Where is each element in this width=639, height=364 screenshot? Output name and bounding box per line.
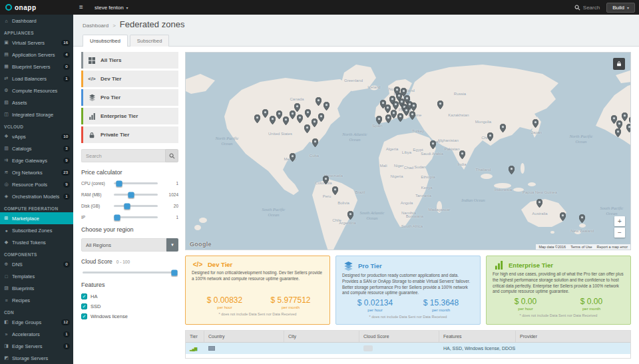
- map-marker-pin[interactable]: [629, 116, 632, 124]
- sidebar-item-application-servers[interactable]: ▤Application Servers4: [0, 49, 73, 61]
- map-marker-pin[interactable]: [254, 114, 260, 122]
- cloud-score-slider[interactable]: [83, 272, 177, 273]
- map-marker-pin[interactable]: [323, 101, 329, 110]
- sidebar-item-compute-resources[interactable]: ⚙Compute Resources: [0, 85, 73, 96]
- column-header-tier[interactable]: Tier: [186, 331, 204, 342]
- sidebar-item-catalogs[interactable]: ▥Catalogs3: [0, 142, 73, 154]
- map-marker-pin[interactable]: [316, 96, 321, 105]
- tab-unsubscribed[interactable]: Unsubscribed: [83, 35, 128, 47]
- tier-filter-dev-tier[interactable]: </> Dev Tier: [81, 71, 178, 87]
- sidebar-item-edge-servers[interactable]: ◨Edge Servers1: [0, 340, 73, 352]
- column-header-provider[interactable]: Provider: [516, 331, 630, 342]
- map-marker-pin[interactable]: [500, 123, 506, 132]
- map-marker-pin[interactable]: [401, 87, 407, 96]
- sidebar-item-templates[interactable]: □Templates: [0, 270, 73, 282]
- onapp-logo[interactable]: onapp: [0, 4, 73, 11]
- slider-track[interactable]: [114, 216, 158, 218]
- tier-filter-enterprise-tier[interactable]: Enterprise Tier: [81, 108, 178, 124]
- map-marker-pin[interactable]: [276, 110, 282, 118]
- feature-windows-license[interactable]: ✓Windows license: [81, 313, 178, 319]
- map-marker-pin[interactable]: [312, 118, 318, 126]
- checkbox[interactable]: ✓: [81, 313, 87, 319]
- column-header-city[interactable]: City: [284, 331, 359, 342]
- map-marker-pin[interactable]: [393, 100, 399, 109]
- map-marker-pin[interactable]: [394, 86, 400, 94]
- map-marker-pin[interactable]: [560, 212, 566, 220]
- map-marker-pin[interactable]: [622, 112, 628, 120]
- map-marker-pin[interactable]: [294, 102, 300, 111]
- sidebar-toggle[interactable]: ≡: [73, 0, 89, 15]
- checkbox[interactable]: ✓: [81, 293, 87, 299]
- map-marker-pin[interactable]: [305, 108, 311, 117]
- map-lock-button[interactable]: [613, 58, 625, 70]
- slider-track[interactable]: [114, 194, 158, 196]
- feature-ha[interactable]: ✓HA: [81, 293, 178, 299]
- map-marker-pin[interactable]: [376, 115, 382, 124]
- slider-handle[interactable]: [114, 214, 120, 220]
- map-marker-pin[interactable]: [270, 115, 276, 124]
- sidebar-item-orchestration-models[interactable]: ◈Orchestration Models1: [0, 190, 73, 202]
- sidebar-item-edge-gateways[interactable]: ⇉Edge Gateways9: [0, 154, 73, 166]
- map-marker-pin[interactable]: [430, 140, 436, 148]
- sidebar-item-marketplace[interactable]: ⊞Marketplace: [0, 212, 73, 224]
- sidebar-item-dashboard[interactable]: ⌂Dashboard: [0, 15, 73, 27]
- map-marker-pin[interactable]: [318, 112, 324, 121]
- map[interactable]: + − Google Map data ©2016 Terms of Use R…: [185, 52, 631, 250]
- tier-filter-pro-tier[interactable]: Pro Tier: [81, 89, 178, 106]
- zoom-out-button[interactable]: −: [614, 228, 625, 238]
- column-header-cloud-score[interactable]: Cloud Score: [359, 331, 439, 342]
- map-marker-pin[interactable]: [411, 102, 417, 110]
- zone-search-input[interactable]: Search: [81, 149, 165, 162]
- map-marker-pin[interactable]: [312, 138, 318, 146]
- dev-tier-card[interactable]: </> Dev Tier Designed for non critical/d…: [185, 256, 330, 325]
- map-marker-pin[interactable]: [304, 124, 310, 132]
- zoom-in-button[interactable]: +: [614, 216, 625, 226]
- slider-handle[interactable]: [128, 192, 134, 198]
- map-marker-pin[interactable]: [615, 128, 621, 136]
- sidebar-item-dns[interactable]: ⊕DNS0: [0, 258, 73, 270]
- sidebar-item-assets[interactable]: ▧Assets: [0, 96, 73, 108]
- sidebar-item-accelerators[interactable]: »Accelerators1: [0, 328, 73, 340]
- checkbox[interactable]: ✓: [81, 303, 87, 309]
- sidebar-item-org-networks[interactable]: ≋Org Networks23: [0, 166, 73, 178]
- cloud-score-handle[interactable]: [171, 270, 177, 275]
- map-marker-pin[interactable]: [262, 108, 268, 117]
- user-menu[interactable]: steve fenton ▾: [95, 5, 128, 11]
- map-marker-pin[interactable]: [459, 150, 465, 158]
- sidebar-item-vapps[interactable]: ❖vApps10: [0, 130, 73, 142]
- map-marker-pin[interactable]: [437, 100, 443, 108]
- slider-handle[interactable]: [116, 180, 122, 186]
- map-marker-pin[interactable]: [385, 114, 391, 122]
- sidebar-item-edge-groups[interactable]: ◧Edge Groups12: [0, 316, 73, 328]
- map-marker-pin[interactable]: [487, 132, 493, 140]
- sidebar-item-recipes[interactable]: ≡Recipes: [0, 294, 73, 306]
- sidebar-item-subscribed-zones[interactable]: ●Subscribed Zones: [0, 224, 73, 236]
- sidebar-item-blueprint-servers[interactable]: ▦Blueprint Servers0: [0, 61, 73, 73]
- topbar-search[interactable]: Search: [574, 5, 600, 11]
- map-marker-pin[interactable]: [409, 110, 415, 119]
- map-marker-pin[interactable]: [323, 175, 329, 184]
- tab-subscribed[interactable]: Subscribed: [130, 35, 170, 47]
- zone-search-button[interactable]: [165, 149, 178, 162]
- map-marker-pin[interactable]: [385, 104, 391, 112]
- slider-track[interactable]: [114, 205, 158, 207]
- table-row[interactable]: ▂▄▆HA, SSD, Windows license, DDOS: [186, 343, 630, 354]
- map-marker-pin[interactable]: [332, 186, 338, 194]
- map-marker-pin[interactable]: [283, 116, 289, 124]
- sidebar-item-virtual-servers[interactable]: ▣Virtual Servers16: [0, 37, 73, 49]
- build-button[interactable]: Build ▾: [606, 3, 635, 13]
- map-marker-pin[interactable]: [403, 106, 409, 115]
- slider-track[interactable]: [114, 182, 158, 184]
- google-logo[interactable]: Google: [190, 241, 212, 248]
- map-marker-pin[interactable]: [536, 198, 542, 207]
- map-marker-pin[interactable]: [391, 109, 397, 118]
- report-map-error-link[interactable]: Report a map error: [597, 245, 628, 249]
- column-header-country[interactable]: Country: [204, 331, 284, 342]
- map-marker-pin[interactable]: [347, 210, 353, 219]
- sidebar-item-trusted-tokens[interactable]: ◆Trusted Tokens: [0, 236, 73, 248]
- map-marker-pin[interactable]: [532, 118, 538, 127]
- tier-filter-all-tiers[interactable]: All Tiers: [81, 52, 178, 69]
- map-marker-pin[interactable]: [579, 214, 585, 222]
- map-marker-pin[interactable]: [509, 165, 515, 174]
- column-header-features[interactable]: Features: [439, 331, 516, 342]
